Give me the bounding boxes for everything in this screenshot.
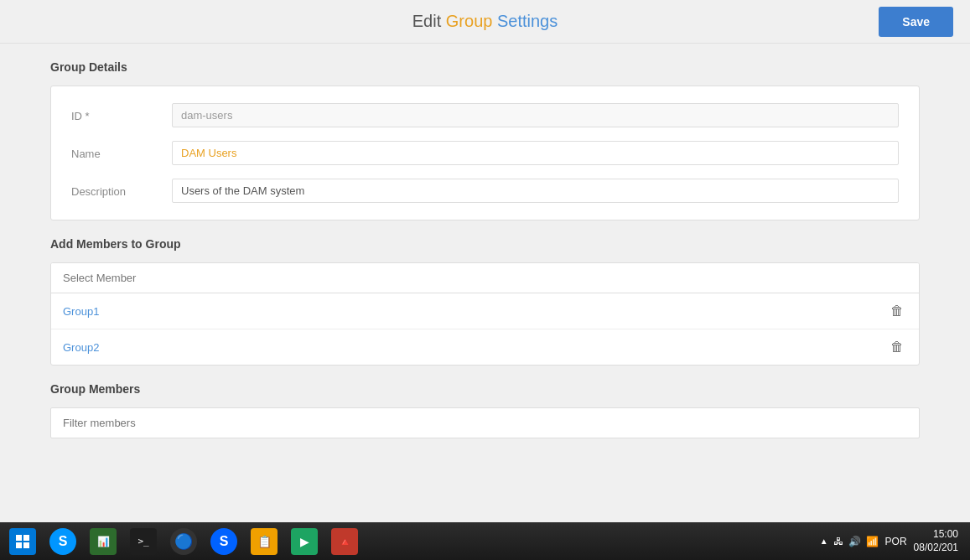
title-part2: Group bbox=[446, 12, 493, 30]
tray-chevron[interactable]: ▲ bbox=[820, 537, 828, 546]
id-row: ID * bbox=[71, 103, 899, 127]
id-label: ID * bbox=[71, 103, 172, 122]
media-icon: ▶ bbox=[291, 528, 318, 555]
members-card: Group1 🗑 Group2 🗑 bbox=[50, 262, 920, 366]
page-header: Edit Group Settings Save bbox=[0, 0, 970, 44]
member-item-group2: Group2 🗑 bbox=[51, 329, 919, 365]
taskbar: S 📊 >_ 🔵 S 📋 ▶ 🔺 ▲ 🖧 🔊 📶 POR 15:00 08/02… bbox=[0, 522, 970, 560]
id-input[interactable] bbox=[172, 103, 899, 127]
terminal-icon: >_ bbox=[130, 528, 157, 555]
app2-icon: 🔺 bbox=[331, 528, 358, 555]
save-button[interactable]: Save bbox=[879, 7, 953, 37]
clock: 15:00 08/02/201 bbox=[914, 528, 958, 554]
group-details-card: ID * Name Description bbox=[50, 86, 920, 220]
system-tray: ▲ 🖧 🔊 📶 bbox=[820, 536, 879, 547]
member-name-group2[interactable]: Group2 bbox=[63, 341, 99, 354]
taskbar-right: ▲ 🖧 🔊 📶 POR 15:00 08/02/201 bbox=[820, 528, 967, 554]
app1-icon: 🔵 bbox=[170, 528, 197, 555]
member-name-group1[interactable]: Group1 bbox=[63, 305, 99, 318]
tray-volume: 🔊 bbox=[848, 536, 861, 547]
tasks-icon: 📋 bbox=[251, 528, 278, 555]
group-members-header: Group Members bbox=[50, 382, 920, 396]
member-item-group1: Group1 🗑 bbox=[51, 293, 919, 329]
taskbar-skype2[interactable]: S bbox=[205, 525, 243, 558]
filter-members-container bbox=[50, 407, 920, 438]
tray-signal: 📶 bbox=[866, 536, 879, 547]
description-label: Description bbox=[71, 179, 172, 198]
name-label: Name bbox=[71, 141, 172, 160]
taskbar-app1[interactable]: 🔵 bbox=[164, 525, 203, 558]
description-row: Description bbox=[71, 179, 899, 203]
main-content: Group Details ID * Name Description Add … bbox=[0, 44, 970, 517]
title-part1: Edit bbox=[412, 12, 446, 30]
filter-members-input[interactable] bbox=[50, 407, 920, 438]
page-title: Edit Group Settings bbox=[412, 12, 558, 31]
taskbar-tasks[interactable]: 📋 bbox=[245, 525, 283, 558]
spreadsheet-icon: 📊 bbox=[90, 528, 117, 555]
svg-rect-3 bbox=[23, 542, 29, 548]
svg-rect-2 bbox=[16, 542, 22, 548]
start-icon bbox=[9, 528, 36, 555]
taskbar-skype1[interactable]: S bbox=[44, 525, 82, 558]
locale-label: POR bbox=[885, 536, 907, 547]
delete-group1-icon[interactable]: 🗑 bbox=[887, 302, 907, 320]
skype2-icon: S bbox=[210, 528, 237, 555]
tray-network: 🖧 bbox=[833, 536, 843, 547]
delete-group2-icon[interactable]: 🗑 bbox=[887, 338, 907, 356]
taskbar-app2[interactable]: 🔺 bbox=[325, 525, 364, 558]
taskbar-spreadsheet[interactable]: 📊 bbox=[84, 525, 122, 558]
title-part3: Settings bbox=[492, 12, 558, 30]
taskbar-start[interactable] bbox=[3, 525, 42, 558]
skype1-icon: S bbox=[49, 528, 76, 555]
add-members-header: Add Members to Group bbox=[50, 237, 920, 251]
clock-time: 15:00 bbox=[914, 528, 958, 542]
svg-rect-0 bbox=[16, 535, 22, 541]
svg-rect-1 bbox=[23, 535, 29, 541]
taskbar-terminal[interactable]: >_ bbox=[124, 525, 163, 558]
taskbar-media[interactable]: ▶ bbox=[285, 525, 324, 558]
clock-date: 08/02/201 bbox=[914, 542, 958, 555]
description-input[interactable] bbox=[172, 179, 899, 203]
name-row: Name bbox=[71, 141, 899, 165]
group-details-header: Group Details bbox=[50, 60, 920, 74]
name-input[interactable] bbox=[172, 141, 899, 165]
select-member-input[interactable] bbox=[51, 263, 919, 293]
